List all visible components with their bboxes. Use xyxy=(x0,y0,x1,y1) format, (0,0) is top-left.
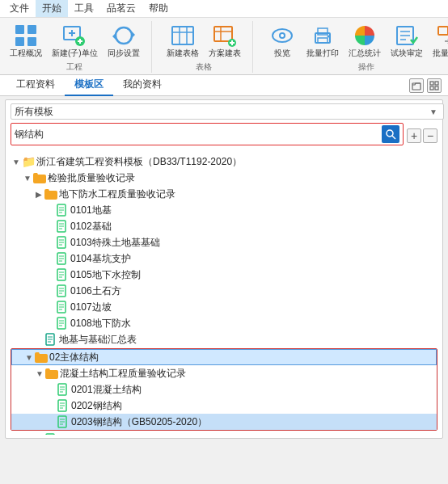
search-input[interactable] xyxy=(15,128,378,140)
template-dropdown[interactable]: 所有模板 常用模板 最近使用 xyxy=(11,103,444,120)
doc-icon-17 xyxy=(57,415,70,428)
tree-label-1: 浙江省建筑工程资料模板（DB33/T1192-2020） xyxy=(36,155,242,169)
ribbon-items-ops: 投览 批量打印 xyxy=(264,21,448,60)
overview-icon xyxy=(13,23,39,48)
tree-node-8[interactable]: 0105地下水控制 xyxy=(11,267,437,283)
tree-label-12: 地基与基础汇总表 xyxy=(59,333,137,347)
folder-icon xyxy=(412,81,421,90)
btn-plan-table[interactable]: 方案建表 xyxy=(205,21,244,60)
menu-file[interactable]: 文件 xyxy=(3,0,36,17)
tabs-expand-btn[interactable] xyxy=(427,78,442,93)
svg-line-41 xyxy=(392,136,395,139)
tree-label-18: 0203钢结构（DBJ33/T1275-2022） xyxy=(59,433,213,436)
dropdown-row: 所有模板 常用模板 最近使用 ▼ xyxy=(11,103,437,120)
highlight-section: ▼ 02主体结构 ▼ 混凝土结构工程质量验收记录 xyxy=(11,348,437,431)
btn-sync[interactable]: 同步设置 xyxy=(104,21,143,60)
tree-node-11[interactable]: 0108地下防水 xyxy=(11,315,437,331)
new-child-label: 新建(子)单位 xyxy=(52,48,98,58)
expander-3[interactable]: ▶ xyxy=(33,190,44,199)
menu-start[interactable]: 开始 xyxy=(36,0,68,17)
ribbon-items-table: 新建表格 方案建表 xyxy=(163,21,244,60)
expander-2[interactable]: ▼ xyxy=(22,174,33,183)
expander-13[interactable]: ▼ xyxy=(23,353,35,362)
tree-node-15[interactable]: 0201混凝土结构 xyxy=(11,381,437,398)
tab-my-data[interactable]: 我的资料 xyxy=(113,74,171,96)
svg-marker-11 xyxy=(112,33,116,40)
btn-summary[interactable]: 汇总统计 xyxy=(345,21,384,60)
tab-project-data[interactable]: 工程资料 xyxy=(6,74,65,96)
tree-node-7[interactable]: 0104基坑支护 xyxy=(11,250,437,267)
plan-table-icon xyxy=(212,23,238,48)
group-label-table: 表格 xyxy=(196,61,212,73)
tree-node-16[interactable]: 0202钢结构 xyxy=(11,398,437,414)
ribbon: 工程概况 新建(子)单位 xyxy=(0,18,448,75)
svg-point-28 xyxy=(327,36,329,38)
svg-point-40 xyxy=(387,130,393,137)
minus-button[interactable]: − xyxy=(423,128,437,143)
expander-1[interactable]: ▼ xyxy=(11,158,22,166)
tabs-folder-btn[interactable] xyxy=(409,78,424,93)
batch-replace-icon xyxy=(436,23,448,48)
tree-node-5[interactable]: 0102基础 xyxy=(11,218,437,234)
plan-table-label: 方案建表 xyxy=(209,48,241,58)
svg-rect-35 xyxy=(412,83,421,90)
trial-check-icon xyxy=(394,23,420,48)
menu-cloud[interactable]: 品茗云 xyxy=(100,0,142,17)
tree-label-6: 0103特殊土地基基础 xyxy=(70,236,160,250)
review-icon xyxy=(269,23,295,48)
tree-node-10[interactable]: 0107边坡 xyxy=(11,299,437,315)
ribbon-group-table: 新建表格 方案建表 表格 xyxy=(163,21,253,73)
tree-node-2[interactable]: ▼ 检验批质量验收记录 xyxy=(11,170,437,186)
folder-icon-3 xyxy=(44,187,57,200)
tree-node-3[interactable]: ▶ 地下防水工程质量验收记录 xyxy=(11,186,437,202)
doc-icon-8 xyxy=(56,268,69,281)
btn-review[interactable]: 投览 xyxy=(264,21,300,60)
doc-icon-9 xyxy=(56,284,69,297)
review-label: 投览 xyxy=(274,48,290,58)
svg-rect-0 xyxy=(15,25,24,34)
tree-node-13[interactable]: ▼ 02主体结构 xyxy=(11,349,437,365)
doc-icon-11 xyxy=(56,317,69,330)
doc-teal-icon-12 xyxy=(44,333,57,346)
tree-node-1[interactable]: ▼ 📁 浙江省建筑工程资料模板（DB33/T1192-2020） xyxy=(11,154,437,170)
tree-node-18[interactable]: 0203钢结构（DBJ33/T1275-2022） xyxy=(11,431,437,435)
menu-help[interactable]: 帮助 xyxy=(142,0,175,17)
group-label-project: 工程 xyxy=(66,61,82,73)
tree-label-13: 02主体结构 xyxy=(49,351,99,364)
new-child-icon xyxy=(61,23,87,48)
svg-rect-38 xyxy=(430,86,433,90)
doc-icon-5 xyxy=(56,220,69,233)
tree-node-4[interactable]: 0101地基 xyxy=(11,202,437,218)
btn-batch-replace[interactable]: 批量替换 xyxy=(429,21,448,60)
tree-label-3: 地下防水工程质量验收记录 xyxy=(59,187,175,201)
svg-rect-1 xyxy=(27,25,36,34)
tree-label-9: 0106土石方 xyxy=(70,284,121,298)
summary-icon xyxy=(352,23,378,48)
tree-container[interactable]: ▼ 📁 浙江省建筑工程资料模板（DB33/T1192-2020） ▼ 检验批质量… xyxy=(11,152,437,435)
tree-label-11: 0108地下防水 xyxy=(70,317,131,330)
svg-rect-36 xyxy=(430,82,433,85)
tree-label-16: 0202钢结构 xyxy=(71,399,122,413)
tree-node-9[interactable]: 0106土石方 xyxy=(11,283,437,299)
tree-node-17[interactable]: 0203钢结构（GB50205-2020） xyxy=(11,414,437,430)
tree-label-15: 0201混凝土结构 xyxy=(71,383,142,397)
btn-new-table[interactable]: 新建表格 xyxy=(163,21,202,60)
tab-template[interactable]: 模板区 xyxy=(65,74,113,96)
btn-overview[interactable]: 工程概况 xyxy=(6,21,45,60)
summary-label: 汇总统计 xyxy=(349,48,381,58)
svg-rect-2 xyxy=(15,37,24,46)
tree-node-6[interactable]: 0103特殊土地基基础 xyxy=(11,234,437,250)
expander-14[interactable]: ▼ xyxy=(34,369,45,378)
folder-icon-14 xyxy=(45,367,58,380)
add-button[interactable]: + xyxy=(407,128,421,143)
tree-node-12[interactable]: 地基与基础汇总表 xyxy=(11,331,437,347)
folder-icon-2 xyxy=(33,171,46,184)
btn-new-child[interactable]: 新建(子)单位 xyxy=(49,21,101,60)
search-button[interactable] xyxy=(382,125,399,143)
doc-icon-15 xyxy=(57,383,70,396)
menu-tools[interactable]: 工具 xyxy=(68,0,100,17)
tree-label-14: 混凝土结构工程质量验收记录 xyxy=(60,367,186,381)
btn-trial-check[interactable]: 试块审定 xyxy=(387,21,426,60)
btn-batch-print[interactable]: 批量打印 xyxy=(303,21,342,60)
tree-node-14[interactable]: ▼ 混凝土结构工程质量验收记录 xyxy=(11,365,437,381)
